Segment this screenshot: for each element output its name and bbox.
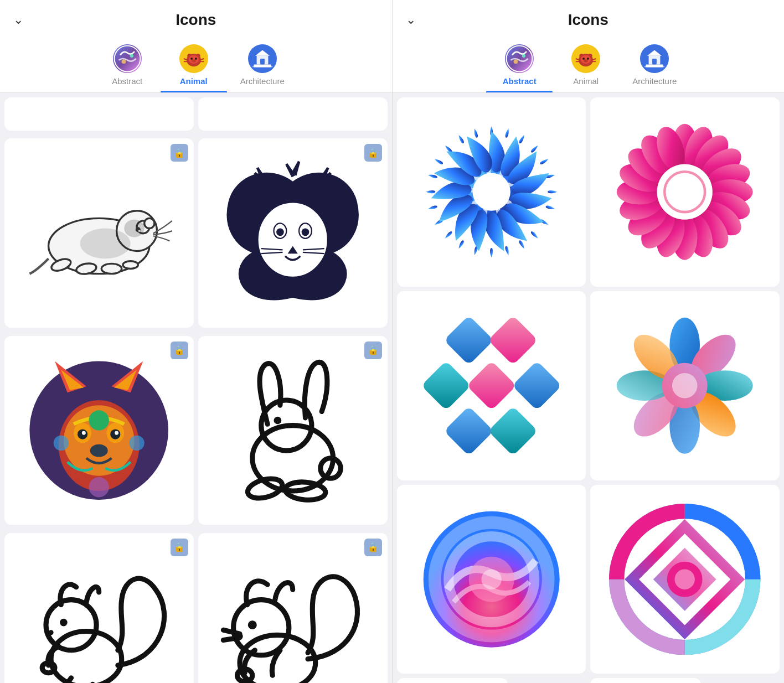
left-partial-top-2[interactable]: [198, 97, 388, 131]
svg-rect-123: [421, 361, 471, 411]
left-squirrel2-image: [217, 552, 368, 683]
svg-point-61: [274, 416, 281, 424]
svg-point-66: [46, 599, 96, 650]
svg-point-137: [672, 373, 698, 399]
left-card-lion[interactable]: 🔒: [198, 138, 388, 328]
left-lock-lion: 🔒: [364, 144, 382, 162]
left-card-wolf[interactable]: 🔒: [4, 336, 194, 525]
svg-point-120: [665, 172, 705, 212]
svg-point-63: [246, 475, 285, 501]
svg-rect-124: [466, 361, 516, 411]
left-wolf-image: [23, 355, 174, 506]
left-partial-top-1[interactable]: [4, 97, 194, 131]
left-tab-abstract[interactable]: Abstract: [94, 40, 161, 92]
svg-rect-122: [488, 315, 538, 365]
svg-point-77: [507, 46, 533, 72]
right-eye-diamond-image: [609, 504, 760, 655]
left-lion-image: [217, 158, 368, 309]
svg-point-22: [145, 218, 154, 228]
left-architecture-icon: [248, 44, 277, 73]
svg-point-72: [248, 620, 257, 629]
left-card-rabbit[interactable]: 🔒: [198, 336, 388, 525]
right-blue-spiral-image: [416, 116, 567, 267]
right-card-pink-donut[interactable]: [590, 97, 780, 287]
left-rabbit-image: [217, 355, 368, 506]
svg-point-35: [302, 228, 310, 236]
svg-point-142: [481, 569, 501, 589]
svg-point-98: [472, 173, 510, 211]
svg-point-8: [195, 58, 197, 60]
left-card-rat[interactable]: 🔒: [4, 138, 194, 328]
left-chevron-icon[interactable]: ⌄: [13, 13, 23, 27]
left-lock-rat: 🔒: [171, 144, 188, 162]
svg-point-31: [257, 201, 328, 277]
right-diamond-image: [416, 310, 567, 461]
svg-rect-16: [260, 59, 265, 64]
svg-marker-17: [255, 50, 270, 55]
right-flower-image: [609, 310, 760, 461]
left-squirrel1-image: [23, 552, 174, 683]
right-tab-abstract-label: Abstract: [503, 76, 537, 86]
right-card-flower[interactable]: [590, 291, 780, 480]
left-lock-squirrel2: 🔒: [364, 539, 382, 556]
svg-point-53: [82, 431, 86, 435]
right-pink-donut-image: [609, 116, 760, 267]
svg-point-78: [514, 59, 518, 64]
right-card-eye-diamond[interactable]: [590, 485, 780, 674]
svg-rect-95: [644, 66, 664, 68]
right-tab-abstract[interactable]: Abstract: [486, 40, 553, 92]
right-panel: ⌄ Icons Abstract: [393, 0, 785, 683]
right-circle-wave-image: [416, 504, 567, 655]
svg-point-84: [582, 58, 585, 60]
left-card-squirrel2[interactable]: 🔒: [198, 533, 388, 683]
right-tab-animal[interactable]: Animal: [553, 40, 619, 92]
svg-point-56: [54, 436, 69, 451]
left-card-squirrel1[interactable]: 🔒: [4, 533, 194, 683]
svg-point-28: [123, 261, 138, 268]
left-rat-image: [23, 158, 174, 309]
right-card-fire-spiral[interactable]: [397, 678, 508, 683]
svg-point-27: [101, 263, 121, 273]
right-card-blue-figure[interactable]: [590, 678, 701, 683]
svg-point-30: [124, 219, 144, 237]
svg-point-2: [130, 54, 133, 58]
svg-rect-126: [443, 406, 493, 456]
left-tab-animal[interactable]: Animal: [161, 40, 227, 92]
right-panel-title: Icons: [568, 11, 608, 29]
svg-point-54: [115, 431, 118, 435]
right-card-diamond-pattern[interactable]: [397, 291, 586, 480]
svg-rect-127: [488, 406, 538, 456]
left-tab-animal-label: Animal: [180, 76, 208, 86]
left-panel-title: Icons: [176, 11, 216, 29]
right-icon-grid: [393, 93, 785, 683]
right-chevron-icon[interactable]: ⌄: [406, 13, 416, 27]
right-tab-animal-label: Animal: [573, 76, 599, 86]
svg-rect-125: [512, 361, 561, 411]
svg-point-86: [584, 59, 588, 62]
right-abstract-icon: [505, 44, 534, 73]
left-header: ⌄ Icons: [0, 0, 392, 34]
svg-line-74: [223, 630, 240, 634]
left-icon-grid: 🔒: [0, 93, 392, 683]
svg-point-67: [60, 619, 68, 627]
svg-point-58: [89, 477, 109, 497]
left-tab-architecture[interactable]: Architecture: [227, 40, 298, 92]
svg-rect-93: [652, 59, 657, 64]
svg-point-147: [675, 569, 695, 589]
svg-point-7: [190, 58, 193, 60]
svg-rect-121: [443, 315, 493, 365]
left-lock-rabbit: 🔒: [364, 342, 382, 359]
right-tab-architecture[interactable]: Architecture: [619, 40, 690, 92]
right-card-circle-wave[interactable]: [397, 485, 586, 674]
svg-point-69: [42, 663, 55, 672]
svg-point-48: [89, 410, 109, 430]
right-card-blue-spiral[interactable]: [397, 97, 586, 287]
svg-rect-18: [252, 66, 272, 68]
left-lock-wolf: 🔒: [171, 342, 188, 359]
right-animal-icon: [571, 44, 600, 73]
svg-marker-94: [647, 50, 662, 55]
svg-point-34: [276, 228, 284, 236]
left-animal-icon: [179, 44, 208, 73]
left-tabs: Abstract Animal: [0, 34, 392, 93]
svg-line-75: [223, 638, 240, 640]
